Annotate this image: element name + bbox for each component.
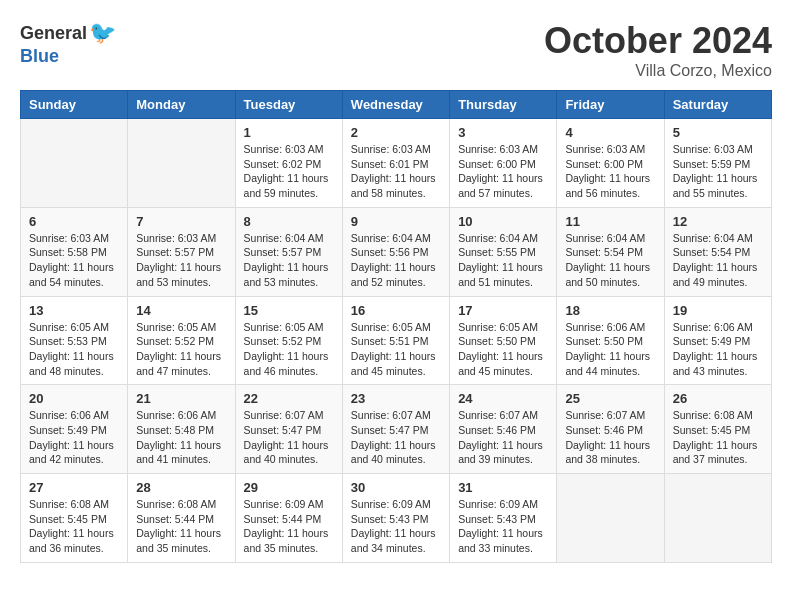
day-number: 14 — [136, 303, 226, 318]
calendar-cell: 29Sunrise: 6:09 AM Sunset: 5:44 PM Dayli… — [235, 474, 342, 563]
calendar-cell: 16Sunrise: 6:05 AM Sunset: 5:51 PM Dayli… — [342, 296, 449, 385]
day-info: Sunrise: 6:05 AM Sunset: 5:52 PM Dayligh… — [136, 320, 226, 379]
day-info: Sunrise: 6:07 AM Sunset: 5:47 PM Dayligh… — [351, 408, 441, 467]
calendar-week-row: 27Sunrise: 6:08 AM Sunset: 5:45 PM Dayli… — [21, 474, 772, 563]
day-info: Sunrise: 6:07 AM Sunset: 5:46 PM Dayligh… — [565, 408, 655, 467]
calendar-cell: 1Sunrise: 6:03 AM Sunset: 6:02 PM Daylig… — [235, 119, 342, 208]
day-info: Sunrise: 6:06 AM Sunset: 5:50 PM Dayligh… — [565, 320, 655, 379]
day-info: Sunrise: 6:03 AM Sunset: 6:00 PM Dayligh… — [565, 142, 655, 201]
weekday-header-monday: Monday — [128, 91, 235, 119]
calendar-cell: 21Sunrise: 6:06 AM Sunset: 5:48 PM Dayli… — [128, 385, 235, 474]
day-info: Sunrise: 6:03 AM Sunset: 5:59 PM Dayligh… — [673, 142, 763, 201]
calendar-cell: 30Sunrise: 6:09 AM Sunset: 5:43 PM Dayli… — [342, 474, 449, 563]
day-number: 19 — [673, 303, 763, 318]
day-number: 12 — [673, 214, 763, 229]
weekday-header-sunday: Sunday — [21, 91, 128, 119]
day-number: 23 — [351, 391, 441, 406]
calendar-cell: 13Sunrise: 6:05 AM Sunset: 5:53 PM Dayli… — [21, 296, 128, 385]
day-info: Sunrise: 6:03 AM Sunset: 5:58 PM Dayligh… — [29, 231, 119, 290]
day-number: 13 — [29, 303, 119, 318]
calendar-cell: 20Sunrise: 6:06 AM Sunset: 5:49 PM Dayli… — [21, 385, 128, 474]
calendar-cell: 18Sunrise: 6:06 AM Sunset: 5:50 PM Dayli… — [557, 296, 664, 385]
day-number: 6 — [29, 214, 119, 229]
page-header: General 🐦 Blue October 2024 Villa Corzo,… — [20, 20, 772, 80]
weekday-header-tuesday: Tuesday — [235, 91, 342, 119]
day-info: Sunrise: 6:06 AM Sunset: 5:49 PM Dayligh… — [29, 408, 119, 467]
calendar-cell: 8Sunrise: 6:04 AM Sunset: 5:57 PM Daylig… — [235, 207, 342, 296]
weekday-header-wednesday: Wednesday — [342, 91, 449, 119]
calendar-cell — [128, 119, 235, 208]
day-number: 18 — [565, 303, 655, 318]
day-info: Sunrise: 6:07 AM Sunset: 5:47 PM Dayligh… — [244, 408, 334, 467]
calendar-cell: 4Sunrise: 6:03 AM Sunset: 6:00 PM Daylig… — [557, 119, 664, 208]
calendar-cell — [664, 474, 771, 563]
calendar-cell: 15Sunrise: 6:05 AM Sunset: 5:52 PM Dayli… — [235, 296, 342, 385]
day-number: 27 — [29, 480, 119, 495]
calendar-cell: 17Sunrise: 6:05 AM Sunset: 5:50 PM Dayli… — [450, 296, 557, 385]
day-number: 25 — [565, 391, 655, 406]
day-info: Sunrise: 6:09 AM Sunset: 5:44 PM Dayligh… — [244, 497, 334, 556]
day-number: 16 — [351, 303, 441, 318]
day-info: Sunrise: 6:06 AM Sunset: 5:48 PM Dayligh… — [136, 408, 226, 467]
calendar-cell: 25Sunrise: 6:07 AM Sunset: 5:46 PM Dayli… — [557, 385, 664, 474]
calendar-cell: 24Sunrise: 6:07 AM Sunset: 5:46 PM Dayli… — [450, 385, 557, 474]
day-number: 22 — [244, 391, 334, 406]
day-number: 20 — [29, 391, 119, 406]
day-info: Sunrise: 6:08 AM Sunset: 5:45 PM Dayligh… — [673, 408, 763, 467]
logo-bird-icon: 🐦 — [89, 20, 116, 46]
calendar-cell: 26Sunrise: 6:08 AM Sunset: 5:45 PM Dayli… — [664, 385, 771, 474]
month-title: October 2024 — [544, 20, 772, 62]
day-number: 5 — [673, 125, 763, 140]
day-info: Sunrise: 6:05 AM Sunset: 5:53 PM Dayligh… — [29, 320, 119, 379]
logo: General 🐦 Blue — [20, 20, 116, 67]
calendar-cell — [557, 474, 664, 563]
calendar-cell: 12Sunrise: 6:04 AM Sunset: 5:54 PM Dayli… — [664, 207, 771, 296]
day-info: Sunrise: 6:04 AM Sunset: 5:57 PM Dayligh… — [244, 231, 334, 290]
calendar-cell: 7Sunrise: 6:03 AM Sunset: 5:57 PM Daylig… — [128, 207, 235, 296]
day-info: Sunrise: 6:05 AM Sunset: 5:52 PM Dayligh… — [244, 320, 334, 379]
day-info: Sunrise: 6:04 AM Sunset: 5:54 PM Dayligh… — [673, 231, 763, 290]
logo-blue: Blue — [20, 46, 59, 67]
day-info: Sunrise: 6:04 AM Sunset: 5:55 PM Dayligh… — [458, 231, 548, 290]
day-number: 30 — [351, 480, 441, 495]
weekday-header-row: SundayMondayTuesdayWednesdayThursdayFrid… — [21, 91, 772, 119]
day-info: Sunrise: 6:05 AM Sunset: 5:50 PM Dayligh… — [458, 320, 548, 379]
calendar-cell: 3Sunrise: 6:03 AM Sunset: 6:00 PM Daylig… — [450, 119, 557, 208]
title-block: October 2024 Villa Corzo, Mexico — [544, 20, 772, 80]
day-number: 8 — [244, 214, 334, 229]
calendar-cell: 10Sunrise: 6:04 AM Sunset: 5:55 PM Dayli… — [450, 207, 557, 296]
calendar-cell: 11Sunrise: 6:04 AM Sunset: 5:54 PM Dayli… — [557, 207, 664, 296]
calendar-cell: 14Sunrise: 6:05 AM Sunset: 5:52 PM Dayli… — [128, 296, 235, 385]
day-info: Sunrise: 6:04 AM Sunset: 5:56 PM Dayligh… — [351, 231, 441, 290]
weekday-header-friday: Friday — [557, 91, 664, 119]
day-number: 24 — [458, 391, 548, 406]
location-title: Villa Corzo, Mexico — [544, 62, 772, 80]
day-info: Sunrise: 6:09 AM Sunset: 5:43 PM Dayligh… — [458, 497, 548, 556]
day-number: 11 — [565, 214, 655, 229]
day-number: 15 — [244, 303, 334, 318]
day-number: 7 — [136, 214, 226, 229]
day-number: 28 — [136, 480, 226, 495]
calendar-cell: 31Sunrise: 6:09 AM Sunset: 5:43 PM Dayli… — [450, 474, 557, 563]
day-info: Sunrise: 6:03 AM Sunset: 5:57 PM Dayligh… — [136, 231, 226, 290]
calendar-week-row: 13Sunrise: 6:05 AM Sunset: 5:53 PM Dayli… — [21, 296, 772, 385]
day-number: 4 — [565, 125, 655, 140]
calendar-cell: 5Sunrise: 6:03 AM Sunset: 5:59 PM Daylig… — [664, 119, 771, 208]
day-info: Sunrise: 6:09 AM Sunset: 5:43 PM Dayligh… — [351, 497, 441, 556]
calendar-cell: 2Sunrise: 6:03 AM Sunset: 6:01 PM Daylig… — [342, 119, 449, 208]
day-number: 17 — [458, 303, 548, 318]
calendar-table: SundayMondayTuesdayWednesdayThursdayFrid… — [20, 90, 772, 563]
calendar-cell: 28Sunrise: 6:08 AM Sunset: 5:44 PM Dayli… — [128, 474, 235, 563]
day-number: 31 — [458, 480, 548, 495]
calendar-cell: 23Sunrise: 6:07 AM Sunset: 5:47 PM Dayli… — [342, 385, 449, 474]
weekday-header-thursday: Thursday — [450, 91, 557, 119]
day-number: 10 — [458, 214, 548, 229]
calendar-week-row: 6Sunrise: 6:03 AM Sunset: 5:58 PM Daylig… — [21, 207, 772, 296]
day-info: Sunrise: 6:08 AM Sunset: 5:45 PM Dayligh… — [29, 497, 119, 556]
day-info: Sunrise: 6:04 AM Sunset: 5:54 PM Dayligh… — [565, 231, 655, 290]
calendar-cell: 27Sunrise: 6:08 AM Sunset: 5:45 PM Dayli… — [21, 474, 128, 563]
calendar-week-row: 1Sunrise: 6:03 AM Sunset: 6:02 PM Daylig… — [21, 119, 772, 208]
calendar-week-row: 20Sunrise: 6:06 AM Sunset: 5:49 PM Dayli… — [21, 385, 772, 474]
day-info: Sunrise: 6:03 AM Sunset: 6:01 PM Dayligh… — [351, 142, 441, 201]
day-number: 3 — [458, 125, 548, 140]
